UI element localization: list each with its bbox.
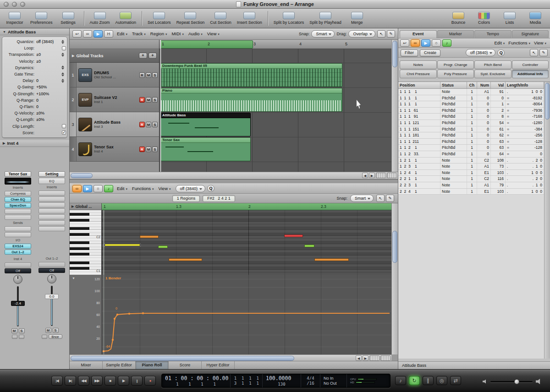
track-solo-button[interactable]: S xyxy=(152,72,158,78)
snap-popup[interactable]: Smart xyxy=(350,195,374,202)
horizontal-zoom-slider[interactable] xyxy=(369,355,380,361)
catch-playhead-icon[interactable]: ▶ xyxy=(83,185,92,192)
region-piano[interactable]: Piano xyxy=(160,88,342,112)
minimize-window-button[interactable] xyxy=(12,2,17,7)
toolbar-button-preferences[interactable]: Preferences xyxy=(30,12,53,25)
event-row[interactable]: 1 1 1 1PitchBd100=-8192 xyxy=(398,95,544,102)
setting-display[interactable] xyxy=(5,178,31,185)
scroll-lock-icon[interactable]: ○ xyxy=(432,39,441,47)
insert-slot-compress[interactable]: Compress xyxy=(5,191,31,196)
menu-edit[interactable]: Edit xyxy=(115,184,130,194)
strip-mini-button[interactable] xyxy=(12,335,17,339)
param-row-q-strength[interactable]: Q-Strength:+100% xyxy=(3,91,66,97)
insert-slot-empty[interactable] xyxy=(38,226,65,231)
piano-roll-vertical-scrollbar[interactable] xyxy=(391,203,398,354)
param-stepper[interactable] xyxy=(61,40,64,44)
param-row-gate-time[interactable]: Gate Time: xyxy=(3,71,66,77)
param-row-clip-length[interactable]: Clip Length: xyxy=(3,123,66,129)
insert-slot-empty[interactable] xyxy=(38,196,65,201)
column-header-length-info[interactable]: Length/Info xyxy=(506,82,544,88)
bender-curve-point[interactable] xyxy=(114,318,116,320)
param-row-q-length[interactable]: Q-Length:±0% xyxy=(3,116,66,123)
column-header-status[interactable]: Status xyxy=(440,82,467,88)
playhead[interactable] xyxy=(160,40,161,172)
param-stepper[interactable] xyxy=(61,65,64,70)
insert-slot-empty[interactable] xyxy=(38,202,65,207)
pencil-tool-icon[interactable]: ✎ xyxy=(539,49,548,56)
event-row[interactable]: 1 1 1 1PitchBd101=-8064 xyxy=(398,101,544,108)
filter-button-chnl-pressure[interactable]: Chnl Pressure xyxy=(400,70,437,78)
param-checkbox[interactable] xyxy=(62,124,66,128)
event-row[interactable]: 1 1 1 211PitchBd1063=-128 xyxy=(398,139,544,145)
editor-tab-score[interactable]: Score xyxy=(169,361,202,369)
toolbar-button-merge[interactable]: Merge xyxy=(347,12,367,25)
midi-note[interactable] xyxy=(104,244,140,246)
scroll-left-button[interactable]: ◀ xyxy=(356,355,362,361)
midi-note[interactable] xyxy=(304,245,314,247)
filter-button-syst-exclusive[interactable]: Syst. Exclusive xyxy=(474,70,512,78)
vertical-zoom-slider[interactable] xyxy=(380,355,390,361)
column-header-num[interactable]: Num xyxy=(477,82,491,88)
autopunch-button[interactable]: ∥ xyxy=(423,376,434,385)
track-header-tenor-sax[interactable]: 4Tenor SaxInst 4RMS xyxy=(70,137,159,162)
track-solo-button[interactable]: S xyxy=(152,97,158,103)
list-tab-event[interactable]: Event xyxy=(400,30,437,38)
create-button[interactable]: Create xyxy=(420,49,440,56)
strip-mini-button[interactable] xyxy=(19,335,24,339)
pencil-tool-icon[interactable]: ✎ xyxy=(387,30,395,38)
bar-ruler[interactable]: 12345 xyxy=(160,40,391,49)
track-record-button[interactable]: R xyxy=(139,97,145,103)
region-parameters-header[interactable]: ▼ Attitude Bass xyxy=(0,28,69,35)
bender-curve-point[interactable] xyxy=(112,339,114,341)
bender-curve[interactable] xyxy=(102,275,391,354)
param-row-dynamics[interactable]: Dynamics: xyxy=(3,65,66,71)
event-row[interactable]: 1 2 4 1Note1E1103.1 0 0 xyxy=(398,170,544,176)
menu-view[interactable]: View xyxy=(205,28,222,40)
forward-button[interactable]: ▶▶ xyxy=(91,376,103,386)
midi-activity-display[interactable]: No In No Out xyxy=(320,374,347,387)
piano-roll-horizontal-scrollbar[interactable]: ◀ ▶ xyxy=(70,354,391,361)
pan-knob[interactable] xyxy=(13,275,22,284)
track-header-attitude-bass[interactable]: 3Attitude BassInst 3RMS xyxy=(70,112,159,137)
zoom-window-button[interactable] xyxy=(20,2,25,7)
pointer-tool-icon[interactable]: ↖ xyxy=(530,49,538,56)
filter-button-additional-info[interactable]: Additional Info xyxy=(512,70,549,78)
region-attitude-bass[interactable]: Attitude Bass xyxy=(160,113,251,136)
param-row-velocity[interactable]: Velocity:±0 xyxy=(3,58,66,65)
tempo-display[interactable]: 100.0000 130 xyxy=(263,374,301,387)
group-slot[interactable] xyxy=(38,262,65,267)
track-mute-button[interactable]: M xyxy=(146,97,151,103)
insert-slot-chan-eq[interactable]: Chan EQ xyxy=(5,197,31,202)
scrollbar-thumb[interactable] xyxy=(71,173,93,178)
event-list-scrollbar[interactable] xyxy=(544,82,550,359)
scroll-right-button[interactable]: ▶ xyxy=(363,355,368,361)
insert-slot-empty[interactable] xyxy=(38,191,65,196)
global-tracks-disclosure[interactable]: ▶ Global ... xyxy=(70,203,102,210)
param-row-quantize[interactable]: Quantize:off (3840) xyxy=(3,38,66,45)
toolbar-button-repeat-section[interactable]: Repeat Section xyxy=(176,12,205,25)
toolbar-button-cut-section[interactable]: Cut Section xyxy=(210,12,231,25)
bender-curve-point[interactable] xyxy=(142,312,144,314)
sync-button[interactable]: ⇄ xyxy=(450,376,461,385)
close-window-button[interactable] xyxy=(4,2,9,7)
global-tracks-row[interactable]: ▶ Global Tracks ++ xyxy=(70,49,159,63)
disclosure-triangle-icon[interactable]: ▶ xyxy=(3,142,5,145)
list-tab-signature[interactable]: Signature xyxy=(512,30,549,38)
param-row-delay[interactable]: Delay:0 xyxy=(3,77,66,84)
toolbar-button-auto-zoom[interactable]: Auto Zoom xyxy=(90,12,110,25)
send-slot-empty[interactable] xyxy=(5,232,31,237)
arrange-vertical-scrollbar[interactable] xyxy=(391,40,398,172)
track-mute-button[interactable]: M xyxy=(146,72,151,78)
disclosure-triangle-icon[interactable]: ▶ xyxy=(72,205,74,208)
quantize-button[interactable]: Q xyxy=(207,185,214,192)
param-row-score[interactable]: Score: xyxy=(3,130,66,136)
midi-note[interactable] xyxy=(140,235,159,238)
arrange-horizontal-scrollbar[interactable]: ◀ ▶ xyxy=(70,172,398,179)
event-row[interactable]: 1 1 2 33.PitchBd1064=0 xyxy=(398,151,544,158)
toolbar-button-inspector[interactable]: Inspector xyxy=(5,12,25,25)
param-row-loop[interactable]: Loop: xyxy=(3,45,66,51)
locators-display[interactable]: 1 1 1 1 3 1 1 1 xyxy=(231,374,263,387)
param-checkbox[interactable] xyxy=(62,131,66,135)
group-slot[interactable] xyxy=(5,262,31,267)
link-icon[interactable]: ∞ xyxy=(72,185,82,192)
